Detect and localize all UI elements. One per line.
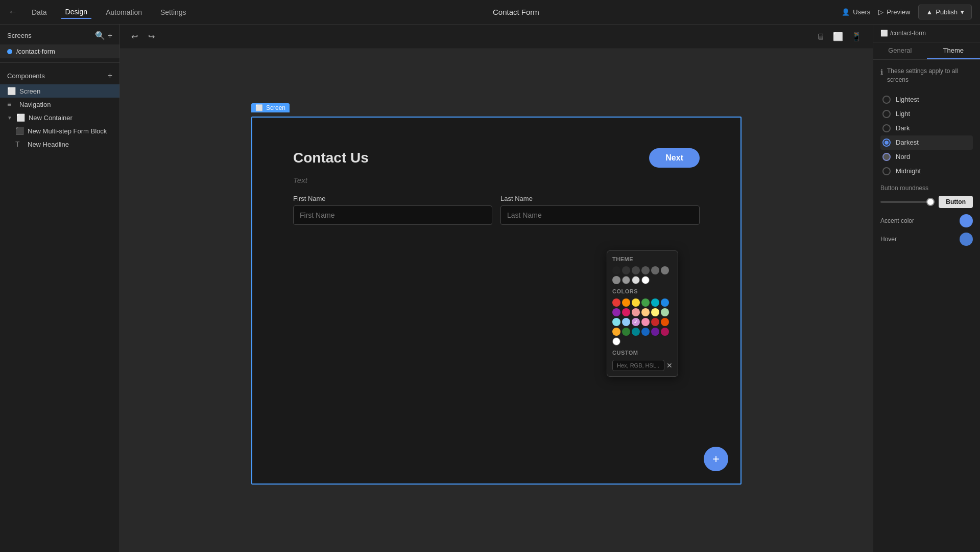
component-navigation[interactable]: ≡ Navigation bbox=[0, 98, 119, 111]
color-red[interactable] bbox=[612, 298, 620, 307]
back-button[interactable]: ← bbox=[8, 7, 17, 17]
theme-label-light: Light bbox=[896, 110, 910, 118]
theme-color-10[interactable] bbox=[641, 276, 650, 284]
theme-color-3[interactable] bbox=[632, 266, 640, 274]
colors-section-title: COLORS bbox=[612, 288, 673, 294]
component-headline[interactable]: T New Headline bbox=[0, 137, 119, 151]
theme-color-7[interactable] bbox=[612, 276, 620, 284]
color-light-pink[interactable] bbox=[641, 318, 650, 326]
screen-item-contact-form[interactable]: /contact-form bbox=[0, 44, 119, 58]
divider bbox=[0, 62, 119, 63]
theme-color-6[interactable] bbox=[661, 266, 669, 274]
color-purple[interactable] bbox=[612, 308, 620, 316]
color-dark-pink[interactable] bbox=[661, 328, 669, 336]
theme-option-midnight[interactable]: Midnight bbox=[880, 164, 973, 178]
slider-thumb[interactable] bbox=[926, 198, 935, 206]
color-dark-red[interactable] bbox=[651, 318, 659, 326]
add-screen-button[interactable]: + bbox=[108, 31, 112, 40]
tab-automation[interactable]: Automation bbox=[102, 6, 146, 18]
users-button[interactable]: 👤 Users bbox=[842, 8, 870, 16]
last-name-field: Last Name bbox=[500, 195, 700, 225]
color-picker-popup: THEME COLORS bbox=[607, 250, 678, 377]
search-icon-button[interactable]: 🔍 bbox=[95, 31, 105, 40]
component-form-block[interactable]: ⬛ New Multi-step Form Block bbox=[0, 124, 119, 137]
color-light-purple[interactable] bbox=[632, 318, 640, 326]
tab-design[interactable]: Design bbox=[61, 6, 92, 19]
undo-button[interactable]: ↩ bbox=[128, 30, 141, 43]
color-yellow[interactable] bbox=[632, 298, 640, 307]
form-name-row: First Name Last Name bbox=[293, 195, 700, 225]
close-color-picker-button[interactable]: ✕ bbox=[666, 361, 673, 370]
info-icon: ℹ bbox=[880, 68, 883, 76]
desktop-view-button[interactable]: 🖥 bbox=[814, 30, 828, 43]
color-light-blue[interactable] bbox=[622, 318, 630, 326]
components-title: Components bbox=[7, 72, 45, 80]
theme-radio-nord bbox=[882, 153, 891, 161]
custom-color-input[interactable] bbox=[612, 360, 664, 371]
theme-color-2[interactable] bbox=[622, 266, 630, 274]
theme-option-lightest[interactable]: Lightest bbox=[880, 93, 973, 107]
form-section: Contact Us Next Text First Name Last Nam… bbox=[293, 148, 700, 225]
theme-color-9[interactable] bbox=[632, 276, 640, 284]
right-sidebar: ⬜ /contact-form General Theme ℹ These se… bbox=[873, 25, 980, 552]
hover-color-swatch[interactable] bbox=[960, 233, 973, 246]
color-dark-orange[interactable] bbox=[661, 318, 669, 326]
color-pink[interactable] bbox=[622, 308, 630, 316]
slider-track[interactable] bbox=[880, 201, 935, 203]
redo-button[interactable]: ↪ bbox=[145, 30, 158, 43]
mobile-view-button[interactable]: 📱 bbox=[848, 30, 865, 43]
accent-color-swatch[interactable] bbox=[960, 214, 973, 227]
theme-color-4[interactable] bbox=[641, 266, 650, 274]
colors-grid bbox=[612, 298, 673, 346]
color-light-orange[interactable] bbox=[641, 308, 650, 316]
slider-row: Button bbox=[880, 196, 973, 208]
color-dark-green[interactable] bbox=[622, 328, 630, 336]
color-white[interactable] bbox=[612, 337, 620, 346]
theme-color-5[interactable] bbox=[651, 266, 659, 274]
publish-button[interactable]: ▲ Publish ▾ bbox=[918, 5, 972, 19]
color-light-red[interactable] bbox=[632, 308, 640, 316]
theme-option-dark[interactable]: Dark bbox=[880, 121, 973, 135]
preview-button[interactable]: ▷ Preview bbox=[878, 8, 910, 16]
theme-option-light[interactable]: Light bbox=[880, 107, 973, 121]
tab-data[interactable]: Data bbox=[28, 6, 51, 18]
tab-theme[interactable]: Theme bbox=[927, 42, 981, 59]
theme-color-1[interactable] bbox=[612, 266, 620, 274]
button-preview[interactable]: Button bbox=[939, 196, 973, 208]
color-green[interactable] bbox=[641, 298, 650, 307]
theme-option-nord[interactable]: Nord bbox=[880, 150, 973, 164]
theme-radio-inner bbox=[885, 141, 889, 145]
theme-color-8[interactable] bbox=[622, 276, 630, 284]
color-dark-cyan[interactable] bbox=[632, 328, 640, 336]
color-light-green[interactable] bbox=[661, 308, 669, 316]
accent-color-row: Accent color bbox=[880, 214, 973, 227]
fab-add-button[interactable]: + bbox=[704, 447, 728, 471]
last-name-input[interactable] bbox=[500, 205, 700, 225]
theme-option-darkest[interactable]: Darkest bbox=[880, 135, 973, 150]
info-text: These settings apply to all screens bbox=[887, 67, 973, 84]
last-name-label: Last Name bbox=[500, 195, 700, 202]
component-new-container[interactable]: ▼ ⬜ New Container bbox=[0, 111, 119, 124]
screen-content: Contact Us Next Text First Name Last Nam… bbox=[252, 118, 740, 254]
info-row: ℹ These settings apply to all screens bbox=[880, 67, 973, 84]
color-light-yellow[interactable] bbox=[651, 308, 659, 316]
screens-header: Screens 🔍 + bbox=[0, 25, 119, 44]
color-light-cyan[interactable] bbox=[612, 318, 620, 326]
first-name-input[interactable] bbox=[293, 205, 492, 225]
tablet-view-button[interactable]: ⬜ bbox=[830, 30, 846, 43]
color-dark-yellow[interactable] bbox=[612, 328, 620, 336]
next-button[interactable]: Next bbox=[649, 148, 700, 168]
canvas-toolbar-right: 🖥 ⬜ 📱 bbox=[814, 30, 865, 43]
color-orange[interactable] bbox=[622, 298, 630, 307]
color-cyan[interactable] bbox=[651, 298, 659, 307]
screen-tag: ⬜ Screen bbox=[251, 103, 290, 112]
tab-general[interactable]: General bbox=[873, 42, 927, 59]
first-name-field: First Name bbox=[293, 195, 492, 225]
color-dark-blue[interactable] bbox=[641, 328, 650, 336]
add-component-button[interactable]: + bbox=[108, 71, 112, 80]
color-blue[interactable] bbox=[661, 298, 669, 307]
preview-icon: ▷ bbox=[878, 8, 883, 16]
color-dark-purple[interactable] bbox=[651, 328, 659, 336]
component-screen[interactable]: ⬜ Screen bbox=[0, 84, 119, 98]
tab-settings[interactable]: Settings bbox=[156, 6, 190, 18]
